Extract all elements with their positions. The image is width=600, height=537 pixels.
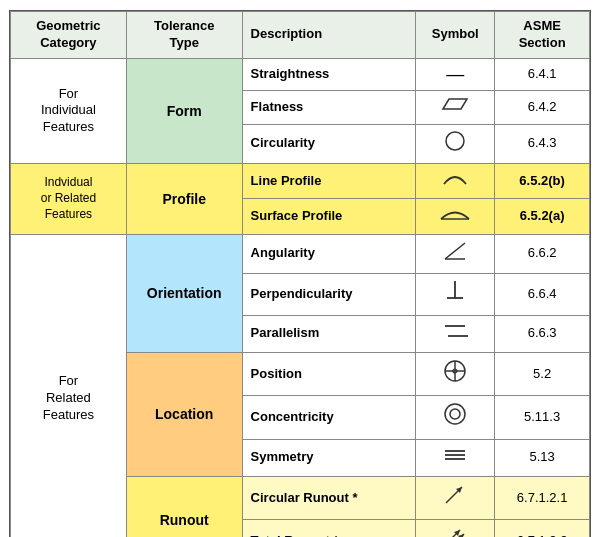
asme-perpendicularity: 6.6.4 — [495, 274, 590, 315]
svg-point-1 — [446, 132, 464, 150]
header-description: Description — [242, 12, 416, 59]
tol-cell-location: Location — [126, 352, 242, 476]
geo-cell-individual-related: Indvidualor RelatedFeatures — [11, 163, 127, 234]
tol-cell-orientation: Orientation — [126, 234, 242, 352]
surface-profile-icon — [438, 203, 472, 223]
asme-symmetry: 5.13 — [495, 439, 590, 476]
asme-concentricity: 5.11.3 — [495, 396, 590, 439]
sym-perpendicularity — [416, 274, 495, 315]
svg-marker-0 — [443, 99, 467, 109]
sym-total-runout — [416, 520, 495, 537]
table-row: ForIndividualFeatures Form Straightness … — [11, 58, 590, 90]
sym-flatness — [416, 91, 495, 124]
sym-position — [416, 352, 495, 395]
sym-surface-profile — [416, 199, 495, 234]
desc-circular-runout: Circular Runout * — [242, 477, 416, 520]
desc-angularity: Angularity — [242, 234, 416, 273]
sym-angularity — [416, 234, 495, 273]
desc-circularity: Circularity — [242, 124, 416, 163]
total-runout-icon — [438, 524, 472, 537]
asme-parallelism: 6.6.3 — [495, 315, 590, 352]
angularity-icon — [441, 239, 469, 263]
asme-angularity: 6.6.2 — [495, 234, 590, 273]
tol-cell-form: Form — [126, 58, 242, 163]
desc-line-profile: Line Profile — [242, 163, 416, 198]
line-profile-icon — [440, 168, 470, 188]
asme-flatness: 6.4.2 — [495, 91, 590, 124]
sym-concentricity — [416, 396, 495, 439]
desc-flatness: Flatness — [242, 91, 416, 124]
table-row: ForRelatedFeatures Orientation Angularit… — [11, 234, 590, 273]
svg-point-14 — [450, 409, 460, 419]
perpendicularity-icon — [443, 278, 467, 304]
svg-point-13 — [445, 404, 465, 424]
parallelism-icon — [441, 320, 469, 342]
svg-line-3 — [445, 243, 465, 259]
main-table-wrapper: GeometricCategory ToleranceType Descript… — [9, 10, 591, 537]
circular-runout-icon — [440, 481, 470, 509]
tol-cell-runout: Runout — [126, 477, 242, 537]
desc-symmetry: Symmetry — [242, 439, 416, 476]
sym-parallelism — [416, 315, 495, 352]
desc-surface-profile: Surface Profile — [242, 199, 416, 234]
sym-line-profile — [416, 163, 495, 198]
concentricity-icon — [441, 400, 469, 428]
sym-circular-runout — [416, 477, 495, 520]
circularity-icon — [443, 129, 467, 153]
tol-cell-profile: Profile — [126, 163, 242, 234]
header-geo-category: GeometricCategory — [11, 12, 127, 59]
sym-symmetry — [416, 439, 495, 476]
flatness-icon — [437, 95, 473, 113]
desc-position: Position — [242, 352, 416, 395]
desc-concentricity: Concentricity — [242, 396, 416, 439]
position-icon — [441, 357, 469, 385]
table-row: Indvidualor RelatedFeatures Profile Line… — [11, 163, 590, 198]
header-tol-type: ToleranceType — [126, 12, 242, 59]
desc-perpendicularity: Perpendicularity — [242, 274, 416, 315]
desc-parallelism: Parallelism — [242, 315, 416, 352]
desc-total-runout: Total Runout * — [242, 520, 416, 537]
asme-position: 5.2 — [495, 352, 590, 395]
sym-straightness: — — [416, 58, 495, 90]
asme-circular-runout: 6.7.1.2.1 — [495, 477, 590, 520]
asme-surface-profile: 6.5.2(a) — [495, 199, 590, 234]
asme-line-profile: 6.5.2(b) — [495, 163, 590, 198]
asme-total-runout: 6.7.1.2.2 — [495, 520, 590, 537]
gd-t-table: GeometricCategory ToleranceType Descript… — [10, 11, 590, 537]
sym-circularity — [416, 124, 495, 163]
header-symbol: Symbol — [416, 12, 495, 59]
symmetry-icon — [441, 444, 469, 466]
asme-straightness: 6.4.1 — [495, 58, 590, 90]
geo-cell-individual: ForIndividualFeatures — [11, 58, 127, 163]
header-asme-section: ASMESection — [495, 12, 590, 59]
desc-straightness: Straightness — [242, 58, 416, 90]
geo-cell-related: ForRelatedFeatures — [11, 234, 127, 537]
asme-circularity: 6.4.3 — [495, 124, 590, 163]
